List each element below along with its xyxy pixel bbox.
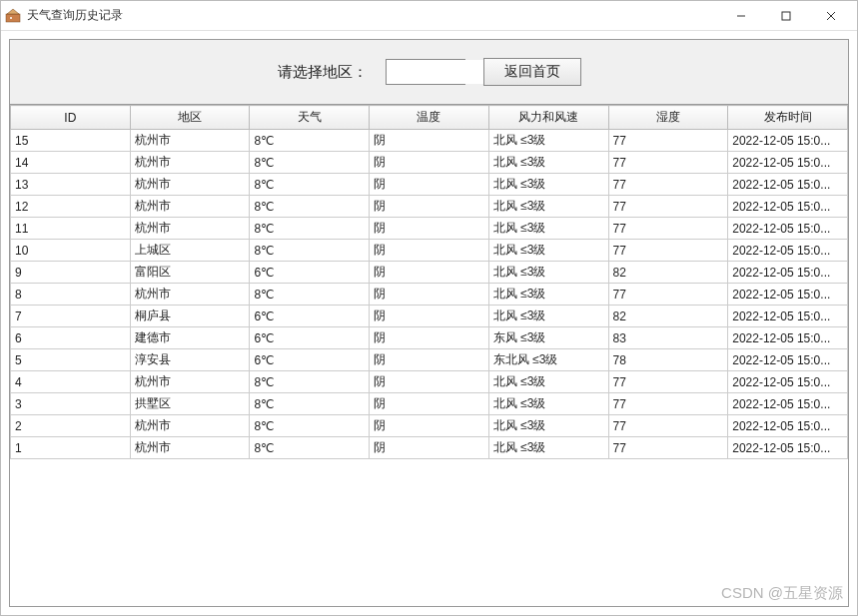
cell-time[interactable]: 2022-12-05 15:0... <box>728 415 848 437</box>
col-temp[interactable]: 温度 <box>370 106 489 130</box>
cell-id[interactable]: 8 <box>11 284 131 306</box>
cell-temp[interactable]: 阴 <box>370 306 489 327</box>
table-row[interactable]: 15杭州市8℃阴北风 ≤3级772022-12-05 15:0... <box>11 130 848 152</box>
cell-weather[interactable]: 8℃ <box>250 371 370 393</box>
cell-region[interactable]: 淳安县 <box>130 349 250 371</box>
cell-temp[interactable]: 阴 <box>370 174 489 196</box>
cell-id[interactable]: 5 <box>11 349 131 371</box>
cell-time[interactable]: 2022-12-05 15:0... <box>728 393 848 415</box>
cell-temp[interactable]: 阴 <box>370 262 489 284</box>
cell-region[interactable]: 上城区 <box>130 240 250 262</box>
cell-region[interactable]: 富阳区 <box>130 262 250 284</box>
table-row[interactable]: 2杭州市8℃阴北风 ≤3级772022-12-05 15:0... <box>11 415 848 437</box>
cell-humidity[interactable]: 77 <box>608 284 728 306</box>
table-row[interactable]: 4杭州市8℃阴北风 ≤3级772022-12-05 15:0... <box>11 371 848 393</box>
cell-id[interactable]: 10 <box>11 240 131 262</box>
cell-region[interactable]: 杭州市 <box>130 174 250 196</box>
cell-humidity[interactable]: 77 <box>608 218 728 240</box>
cell-humidity[interactable]: 77 <box>608 152 728 174</box>
cell-wind[interactable]: 北风 ≤3级 <box>488 437 608 459</box>
cell-region[interactable]: 杭州市 <box>130 284 250 306</box>
cell-humidity[interactable]: 83 <box>608 327 728 349</box>
cell-temp[interactable]: 阴 <box>370 218 489 240</box>
cell-temp[interactable]: 阴 <box>370 393 489 415</box>
col-region[interactable]: 地区 <box>130 106 250 130</box>
table-row[interactable]: 3拱墅区8℃阴北风 ≤3级772022-12-05 15:0... <box>11 393 848 415</box>
cell-time[interactable]: 2022-12-05 15:0... <box>728 218 848 240</box>
cell-wind[interactable]: 北风 ≤3级 <box>488 284 608 306</box>
cell-temp[interactable]: 阴 <box>370 130 489 152</box>
col-wind[interactable]: 风力和风速 <box>488 106 608 130</box>
cell-region[interactable]: 杭州市 <box>130 415 250 437</box>
cell-humidity[interactable]: 78 <box>608 349 728 371</box>
cell-time[interactable]: 2022-12-05 15:0... <box>728 130 848 152</box>
cell-time[interactable]: 2022-12-05 15:0... <box>728 284 848 306</box>
cell-id[interactable]: 1 <box>11 437 131 459</box>
close-button[interactable] <box>808 2 853 30</box>
minimize-button[interactable] <box>718 2 763 30</box>
cell-weather[interactable]: 8℃ <box>250 437 370 459</box>
cell-time[interactable]: 2022-12-05 15:0... <box>728 152 848 174</box>
cell-region[interactable]: 杭州市 <box>130 437 250 459</box>
table-row[interactable]: 14杭州市8℃阴北风 ≤3级772022-12-05 15:0... <box>11 152 848 174</box>
cell-humidity[interactable]: 77 <box>608 437 728 459</box>
cell-weather[interactable]: 6℃ <box>250 262 370 284</box>
cell-humidity[interactable]: 77 <box>608 196 728 218</box>
cell-temp[interactable]: 阴 <box>370 349 489 371</box>
cell-temp[interactable]: 阴 <box>370 152 489 174</box>
cell-weather[interactable]: 8℃ <box>250 196 370 218</box>
cell-weather[interactable]: 8℃ <box>250 415 370 437</box>
cell-temp[interactable]: 阴 <box>370 196 489 218</box>
col-time[interactable]: 发布时间 <box>728 106 848 130</box>
table-row[interactable]: 1杭州市8℃阴北风 ≤3级772022-12-05 15:0... <box>11 437 848 459</box>
cell-temp[interactable]: 阴 <box>370 240 489 262</box>
cell-weather[interactable]: 8℃ <box>250 284 370 306</box>
cell-region[interactable]: 杭州市 <box>130 371 250 393</box>
cell-wind[interactable]: 北风 ≤3级 <box>488 196 608 218</box>
cell-weather[interactable]: 8℃ <box>250 393 370 415</box>
cell-id[interactable]: 15 <box>11 130 131 152</box>
cell-id[interactable]: 14 <box>11 152 131 174</box>
cell-wind[interactable]: 北风 ≤3级 <box>488 306 608 327</box>
cell-weather[interactable]: 8℃ <box>250 240 370 262</box>
cell-time[interactable]: 2022-12-05 15:0... <box>728 327 848 349</box>
cell-id[interactable]: 7 <box>11 306 131 327</box>
cell-wind[interactable]: 东北风 ≤3级 <box>488 349 608 371</box>
cell-id[interactable]: 4 <box>11 371 131 393</box>
region-select[interactable] <box>386 59 465 85</box>
cell-wind[interactable]: 北风 ≤3级 <box>488 415 608 437</box>
cell-humidity[interactable]: 77 <box>608 174 728 196</box>
cell-id[interactable]: 3 <box>11 393 131 415</box>
cell-region[interactable]: 杭州市 <box>130 152 250 174</box>
cell-temp[interactable]: 阴 <box>370 371 489 393</box>
cell-weather[interactable]: 8℃ <box>250 174 370 196</box>
cell-time[interactable]: 2022-12-05 15:0... <box>728 174 848 196</box>
cell-wind[interactable]: 北风 ≤3级 <box>488 240 608 262</box>
cell-region[interactable]: 杭州市 <box>130 130 250 152</box>
cell-wind[interactable]: 北风 ≤3级 <box>488 371 608 393</box>
cell-time[interactable]: 2022-12-05 15:0... <box>728 437 848 459</box>
maximize-button[interactable] <box>763 2 808 30</box>
back-home-button[interactable]: 返回首页 <box>483 58 581 86</box>
cell-humidity[interactable]: 77 <box>608 415 728 437</box>
cell-region[interactable]: 建德市 <box>130 327 250 349</box>
cell-temp[interactable]: 阴 <box>370 437 489 459</box>
table-row[interactable]: 10上城区8℃阴北风 ≤3级772022-12-05 15:0... <box>11 240 848 262</box>
cell-id[interactable]: 13 <box>11 174 131 196</box>
table-row[interactable]: 9富阳区6℃阴北风 ≤3级822022-12-05 15:0... <box>11 262 848 284</box>
cell-wind[interactable]: 北风 ≤3级 <box>488 130 608 152</box>
cell-time[interactable]: 2022-12-05 15:0... <box>728 196 848 218</box>
table-row[interactable]: 13杭州市8℃阴北风 ≤3级772022-12-05 15:0... <box>11 174 848 196</box>
cell-humidity[interactable]: 77 <box>608 393 728 415</box>
cell-humidity[interactable]: 77 <box>608 240 728 262</box>
table-row[interactable]: 8杭州市8℃阴北风 ≤3级772022-12-05 15:0... <box>11 284 848 306</box>
cell-weather[interactable]: 8℃ <box>250 218 370 240</box>
cell-region[interactable]: 杭州市 <box>130 196 250 218</box>
cell-time[interactable]: 2022-12-05 15:0... <box>728 306 848 327</box>
cell-humidity[interactable]: 77 <box>608 130 728 152</box>
cell-wind[interactable]: 北风 ≤3级 <box>488 174 608 196</box>
cell-time[interactable]: 2022-12-05 15:0... <box>728 349 848 371</box>
cell-wind[interactable]: 北风 ≤3级 <box>488 152 608 174</box>
cell-id[interactable]: 2 <box>11 415 131 437</box>
cell-weather[interactable]: 8℃ <box>250 130 370 152</box>
